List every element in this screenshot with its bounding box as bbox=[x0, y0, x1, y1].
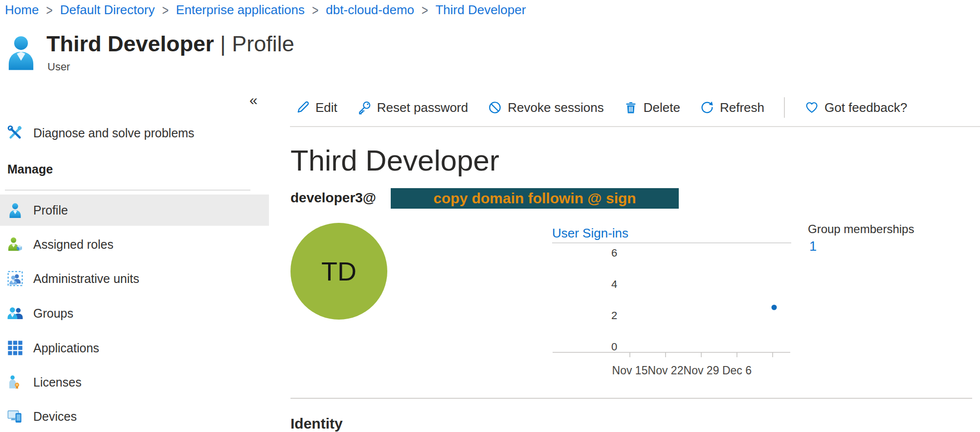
profile-user-icon bbox=[7, 202, 23, 218]
chevron-right-icon: > bbox=[46, 1, 52, 19]
got-feedback-label: Got feedback? bbox=[824, 100, 907, 115]
chevron-right-icon: > bbox=[312, 1, 318, 19]
sidebar-item-label: Diagnose and solve problems bbox=[33, 126, 194, 140]
edit-label: Edit bbox=[315, 100, 337, 115]
chevron-right-icon: > bbox=[162, 1, 168, 19]
reset-password-button[interactable]: Reset password bbox=[357, 100, 468, 115]
breadcrumb-third-developer[interactable]: Third Developer bbox=[435, 2, 526, 18]
sidebar-item-diagnose[interactable]: Diagnose and solve problems bbox=[0, 117, 269, 149]
svg-text:Dec 6: Dec 6 bbox=[722, 364, 752, 377]
sidebar-item-administrative-units[interactable]: Administrative units bbox=[0, 263, 269, 294]
reset-password-label: Reset password bbox=[377, 100, 468, 115]
sidebar-divider bbox=[5, 190, 250, 191]
azure-user-profile-page: Home > Default Directory > Enterprise ap… bbox=[0, 0, 980, 432]
sidebar-item-assigned-roles[interactable]: Assigned roles bbox=[0, 229, 269, 260]
sidebar-item-groups[interactable]: Groups bbox=[0, 298, 269, 329]
section-divider bbox=[290, 398, 972, 399]
groups-icon bbox=[7, 305, 23, 321]
breadcrumb-default-directory[interactable]: Default Directory bbox=[60, 2, 155, 18]
sidebar-section-manage: Manage bbox=[7, 162, 53, 176]
devices-icon bbox=[7, 409, 23, 424]
chart-title-divider bbox=[552, 242, 791, 243]
sidebar-item-label: Groups bbox=[33, 306, 73, 321]
administrative-units-icon bbox=[7, 271, 23, 286]
user-icon bbox=[7, 34, 35, 72]
chevron-right-icon: > bbox=[422, 1, 428, 19]
page-subtitle: User bbox=[47, 61, 70, 73]
sidebar-item-licenses[interactable]: Licenses bbox=[0, 367, 269, 398]
assigned-roles-icon bbox=[7, 237, 23, 252]
pencil-icon bbox=[295, 100, 310, 115]
revoke-sessions-button[interactable]: Revoke sessions bbox=[488, 100, 604, 115]
user-email-prefix: developer3@ bbox=[290, 190, 376, 206]
group-memberships-label: Group memberships bbox=[808, 222, 914, 236]
sidebar-item-label: Profile bbox=[33, 203, 68, 217]
breadcrumb-enterprise-applications[interactable]: Enterprise applications bbox=[176, 2, 305, 18]
refresh-button[interactable]: Refresh bbox=[700, 100, 764, 115]
sidebar-item-label: Applications bbox=[33, 341, 99, 355]
page-title: Third Developer | Profile bbox=[46, 31, 294, 57]
identity-section-heading: Identity bbox=[290, 415, 343, 432]
sidebar-item-devices[interactable]: Devices bbox=[0, 401, 269, 432]
user-display-name: Third Developer bbox=[290, 144, 499, 177]
sidebar-item-applications[interactable]: Applications bbox=[0, 332, 269, 364]
applications-grid-icon bbox=[7, 340, 23, 356]
page-title-section: | Profile bbox=[214, 31, 294, 56]
sidebar-item-label: Licenses bbox=[33, 375, 82, 389]
svg-text:4: 4 bbox=[611, 278, 617, 290]
refresh-label: Refresh bbox=[720, 100, 764, 115]
user-sign-ins-chart: 6420Nov 15Nov 22Nov 29Dec 6 bbox=[550, 244, 795, 386]
delete-label: Delete bbox=[644, 100, 680, 115]
refresh-icon bbox=[700, 100, 714, 115]
svg-text:6: 6 bbox=[611, 247, 617, 259]
svg-text:0: 0 bbox=[611, 341, 617, 353]
licenses-icon bbox=[7, 374, 23, 390]
revoke-sessions-label: Revoke sessions bbox=[508, 100, 604, 115]
page-title-name: Third Developer bbox=[46, 31, 214, 56]
breadcrumb: Home > Default Directory > Enterprise ap… bbox=[5, 2, 526, 18]
sidebar-item-label: Administrative units bbox=[33, 272, 139, 286]
svg-text:Nov 15: Nov 15 bbox=[612, 364, 648, 377]
trash-icon bbox=[624, 100, 638, 115]
avatar-initials: TD bbox=[321, 256, 356, 286]
got-feedback-button[interactable]: Got feedback? bbox=[804, 100, 907, 115]
delete-button[interactable]: Delete bbox=[624, 100, 680, 115]
toolbar-divider bbox=[290, 126, 980, 127]
sidebar-collapse-button[interactable]: « bbox=[249, 93, 258, 108]
sidebar-item-label: Assigned roles bbox=[33, 238, 113, 252]
heart-icon bbox=[804, 100, 819, 115]
sidebar-item-profile[interactable]: Profile bbox=[0, 194, 269, 226]
command-bar: Edit Reset password Revoke sessions bbox=[295, 95, 907, 120]
diagnose-tools-icon bbox=[7, 125, 23, 141]
avatar: TD bbox=[290, 223, 387, 320]
group-memberships-count-link[interactable]: 1 bbox=[809, 239, 817, 254]
block-icon bbox=[488, 100, 502, 115]
key-icon bbox=[357, 100, 372, 115]
svg-text:2: 2 bbox=[611, 309, 617, 322]
sidebar-item-label: Devices bbox=[33, 410, 77, 424]
svg-text:Nov 29: Nov 29 bbox=[684, 364, 719, 377]
email-domain-redaction-overlay: copy domain followin @ sign bbox=[391, 188, 679, 209]
breadcrumb-dbt-cloud-demo[interactable]: dbt-cloud-demo bbox=[326, 2, 414, 18]
toolbar-separator bbox=[784, 97, 785, 118]
double-chevron-left-icon: « bbox=[249, 92, 258, 108]
breadcrumb-home[interactable]: Home bbox=[5, 2, 39, 18]
user-sign-ins-link[interactable]: User Sign-ins bbox=[552, 226, 628, 241]
svg-text:Nov 22: Nov 22 bbox=[648, 364, 684, 377]
edit-button[interactable]: Edit bbox=[295, 100, 337, 115]
